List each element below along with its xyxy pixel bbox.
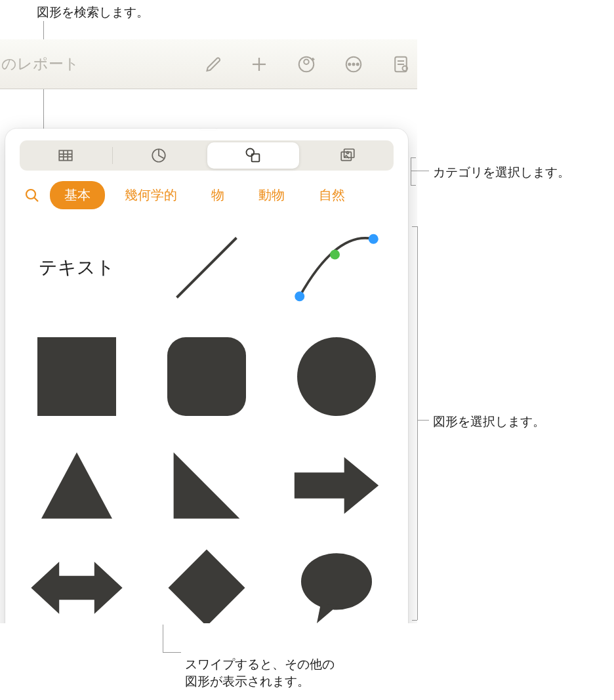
svg-point-3 [304,59,309,64]
more-icon[interactable] [344,54,363,74]
callout-line [163,652,181,653]
shape-square[interactable] [28,327,126,426]
svg-marker-34 [31,562,122,613]
svg-marker-31 [41,453,112,519]
segment-table[interactable] [20,140,112,171]
svg-marker-32 [174,453,240,519]
svg-line-26 [34,197,38,201]
svg-line-27 [177,238,237,298]
category-geometric[interactable]: 幾何学的 [110,181,192,209]
collaborate-icon[interactable] [297,54,316,74]
shapes-grid: テキスト [25,225,388,623]
callout-bracket [417,226,418,620]
category-row: 基本 幾何学的 物 動物 自然 [20,181,394,209]
shape-curve[interactable] [287,225,386,310]
svg-point-24 [346,152,348,154]
format-brush-icon[interactable] [202,54,222,74]
document-title: のレポート [0,54,79,74]
svg-rect-14 [60,150,73,160]
shape-rounded-square[interactable] [157,327,256,426]
callout-line [163,625,163,652]
shape-double-arrow[interactable] [28,545,126,623]
insert-type-segmented [20,140,394,171]
add-icon[interactable] [249,54,269,74]
segment-chart[interactable] [113,140,205,171]
category-animals[interactable]: 動物 [244,181,299,209]
shape-triangle[interactable] [28,443,126,528]
shape-text[interactable]: テキスト [28,225,126,310]
main-toolbar: のレポート [0,39,417,89]
category-basic[interactable]: 基本 [50,181,105,209]
callout-line [417,420,429,421]
svg-point-28 [295,291,304,301]
category-objects[interactable]: 物 [197,181,239,209]
svg-marker-33 [295,457,379,514]
shape-arrow-right[interactable] [287,443,386,528]
svg-point-29 [369,234,379,244]
svg-point-8 [353,63,355,65]
callout-category: カテゴリを選択します。 [433,164,570,181]
shape-diamond[interactable] [157,545,256,623]
callout-swipe-1: スワイプすると、その他の [185,656,335,673]
svg-marker-35 [169,550,245,624]
callout-select-shape: 図形を選択します。 [433,413,545,430]
search-icon[interactable] [20,183,45,208]
circle-icon [297,337,376,416]
svg-point-20 [246,149,254,157]
category-nature[interactable]: 自然 [304,181,359,209]
svg-point-25 [26,190,35,199]
segment-image[interactable] [301,140,394,171]
shape-right-triangle[interactable] [157,443,256,528]
svg-point-36 [301,553,372,609]
reader-icon[interactable] [391,54,411,74]
insert-popover: 基本 幾何学的 物 動物 自然 テキスト [5,129,408,623]
callout-search: 図形を検索します。 [37,4,149,21]
svg-point-30 [330,250,340,260]
shape-line[interactable] [157,225,256,310]
shape-speech-bubble[interactable] [287,545,386,623]
shape-circle[interactable] [287,327,386,426]
rounded-square-icon [167,337,246,416]
callout-swipe-2: 図形が表示されます。 [185,673,310,690]
svg-point-9 [357,63,359,65]
toolbar-icons [202,54,411,74]
svg-point-7 [348,63,350,65]
segment-shape[interactable] [207,142,300,169]
app-frame: のレポート [0,39,417,623]
shape-text-label: テキスト [39,255,115,280]
square-icon [37,337,116,416]
